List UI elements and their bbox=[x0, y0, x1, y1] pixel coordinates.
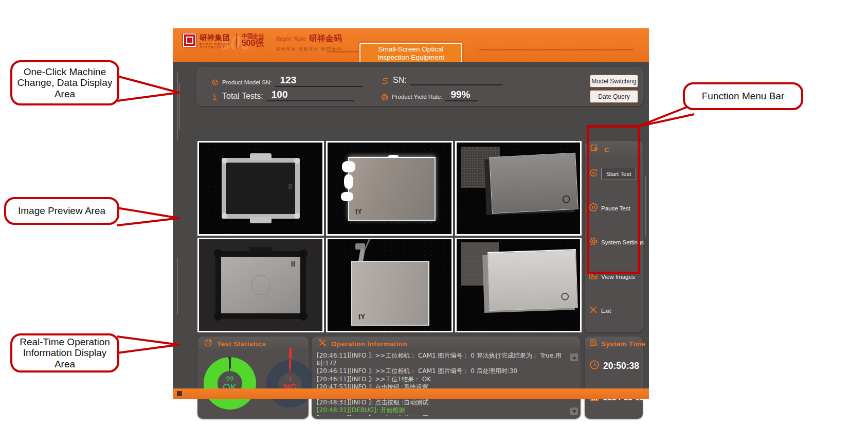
exit-button[interactable]: Exit bbox=[588, 305, 641, 317]
product-model-field: Product Model SN: 123 bbox=[211, 75, 363, 87]
ok-count: 99 bbox=[226, 375, 233, 382]
system-time-header: System Time bbox=[585, 336, 643, 351]
log-scroll-up-button[interactable] bbox=[570, 353, 578, 361]
package-icon bbox=[211, 79, 219, 87]
camera-image-cell-3[interactable] bbox=[455, 141, 582, 236]
image-icon bbox=[588, 271, 599, 283]
app-footer bbox=[173, 388, 649, 399]
logo-since: SINCE1993 bbox=[200, 46, 231, 49]
start-test-icon bbox=[588, 168, 599, 180]
glare-highlight bbox=[388, 155, 399, 158]
logo-mark-icon bbox=[183, 33, 196, 47]
product-frame: II bbox=[215, 251, 306, 319]
app-title-line1: Small-Screen Optical bbox=[378, 45, 444, 54]
start-test-label: Start Test bbox=[601, 168, 636, 180]
system-settings-button[interactable]: System Settings bbox=[588, 236, 641, 249]
operation-information-panel: Operation Information [20:46:11][INFO ]:… bbox=[312, 336, 581, 419]
logo-rank-block: 中国企业 500强 bbox=[242, 33, 264, 47]
ok-donut-chart: 99 OK bbox=[204, 357, 256, 410]
model-switching-button[interactable]: Model Switching bbox=[590, 75, 638, 87]
product-marking: IY bbox=[358, 312, 366, 321]
system-time-panel: System Time 20:50:38 2024-08-15 bbox=[585, 336, 643, 419]
sn-label: SN: bbox=[393, 76, 407, 85]
product-sheet bbox=[487, 249, 578, 311]
app-body: Product Model SN: 123 Total Tests: 100 S… bbox=[173, 62, 649, 388]
date-query-button[interactable]: Date Query bbox=[590, 90, 638, 103]
view-images-button[interactable]: View Images bbox=[588, 271, 641, 283]
log-line-debug: [20:48:31][DEBUG]: 开始检测 bbox=[317, 406, 568, 414]
log-line: 时:172 bbox=[317, 360, 568, 367]
function-menu-items: Start Test Pause Test System Settings bbox=[585, 164, 643, 324]
connector bbox=[358, 248, 365, 262]
ng-count: 1 bbox=[288, 376, 292, 382]
pause-test-label: Pause Test bbox=[601, 205, 630, 211]
callout-text: Function Menu Bar bbox=[702, 91, 785, 101]
system-settings-label: System Settings bbox=[601, 239, 644, 245]
pause-test-button[interactable]: Pause Test bbox=[588, 202, 641, 215]
camera-image-cell-5[interactable]: IY bbox=[326, 238, 453, 332]
body-edge-decoration bbox=[177, 258, 178, 314]
operation-information-header: Operation Information bbox=[312, 336, 581, 351]
system-time-value: 20:50:38 bbox=[603, 361, 639, 371]
callout-data-display-area: One-Click Machine Change, Data Display A… bbox=[10, 60, 119, 105]
camera-image-cell-2[interactable]: IY bbox=[326, 141, 453, 236]
product-marking: II bbox=[288, 182, 292, 190]
logo-text-block: 研祥集团 EVOC GROUP SINCE1993 bbox=[200, 33, 231, 49]
camera-image-cell-4[interactable]: II bbox=[197, 238, 324, 332]
clock-icon bbox=[589, 359, 600, 373]
app-header: 500 研祥集团 EVOC GROUP SINCE1993 中国企业 500强 … bbox=[173, 28, 649, 62]
log-line: [20:46:11][INFO ]: >>工位相机： CAM1 图片编号： 0 … bbox=[317, 367, 568, 375]
log-line: [20:48:31][INFO ]: >>初始化检测配置 bbox=[317, 415, 568, 416]
total-tests-label: Total Tests: bbox=[222, 92, 263, 101]
log-line: [20:46:11][INFO ]: >>工位相机： CAM1 图片编号： 0 … bbox=[317, 352, 568, 360]
sn-field: SN: bbox=[381, 74, 502, 85]
app-title-line2: Inspection Equipment bbox=[377, 54, 444, 62]
callout-text: Image Preview Area bbox=[18, 205, 105, 216]
sigma-icon bbox=[211, 93, 219, 101]
tools-icon bbox=[318, 338, 327, 349]
pie-chart-icon bbox=[204, 338, 213, 349]
arrow-up-icon bbox=[572, 356, 576, 359]
yield-field: Product Yield Rate: 99% bbox=[381, 90, 478, 101]
system-time-title: System Time bbox=[601, 340, 645, 348]
product-frame: II bbox=[222, 158, 300, 219]
test-statistics-title: Test Statistics bbox=[217, 340, 266, 348]
total-tests-value: 100 bbox=[266, 90, 354, 101]
product-screen: IY bbox=[351, 261, 429, 326]
start-test-button[interactable]: Start Test bbox=[588, 168, 641, 180]
screenshot-stage: 500 研祥集团 EVOC GROUP SINCE1993 中国企业 500强 … bbox=[0, 0, 868, 443]
ng-slice-tick bbox=[289, 348, 292, 359]
camera-image-cell-1[interactable]: II bbox=[197, 141, 324, 236]
body-edge-decoration bbox=[645, 175, 646, 237]
image-preview-grid: II IY bbox=[197, 141, 582, 332]
callout-text: Real-Time Operation Information Display … bbox=[16, 336, 113, 369]
header-decoration bbox=[479, 49, 634, 50]
yield-label: Product Yield Rate: bbox=[392, 94, 442, 101]
log-line: [20:48:31][INFO ]: 点击按钮 :自动测试 bbox=[317, 399, 568, 406]
log-scroll-down-button[interactable] bbox=[570, 407, 578, 415]
total-tests-field: Total Tests: 100 bbox=[211, 90, 354, 101]
test-statistics-panel: Test Statistics 99 OK 1 NG bbox=[197, 336, 309, 419]
camera-image-cell-6[interactable] bbox=[455, 238, 582, 332]
yield-check-icon bbox=[381, 93, 389, 101]
app-window: 500 研祥集团 EVOC GROUP SINCE1993 中国企业 500强 … bbox=[173, 28, 649, 399]
callout-pointer-right bbox=[114, 205, 181, 229]
callout-realtime-info-area: Real-Time Operation Information Display … bbox=[10, 333, 119, 373]
logo-rank-line2: 500强 bbox=[242, 39, 264, 47]
pause-icon bbox=[588, 202, 599, 215]
operation-log[interactable]: [20:46:11][INFO ]: >>工位相机： CAM1 图片编号： 0 … bbox=[317, 352, 568, 416]
callout-function-menu-bar: Function Menu Bar bbox=[683, 82, 803, 110]
view-images-label: View Images bbox=[601, 274, 635, 280]
glare-highlight bbox=[342, 161, 355, 172]
schedule-icon bbox=[589, 338, 598, 349]
logo-tagline: 读码专家·瑕检专家·研祥金码 bbox=[276, 46, 341, 52]
callout-image-preview-area: Image Preview Area bbox=[4, 197, 119, 225]
product-model-label: Product Model SN: bbox=[222, 79, 272, 87]
logo-group-name: 研祥集团 bbox=[200, 33, 231, 43]
test-statistics-header: Test Statistics bbox=[197, 336, 309, 351]
glare-highlight bbox=[344, 174, 353, 189]
arrow-down-icon bbox=[572, 410, 576, 413]
operation-information-title: Operation Information bbox=[331, 340, 407, 348]
callout-pointer-right bbox=[114, 332, 181, 357]
sn-value-underline bbox=[410, 74, 502, 85]
